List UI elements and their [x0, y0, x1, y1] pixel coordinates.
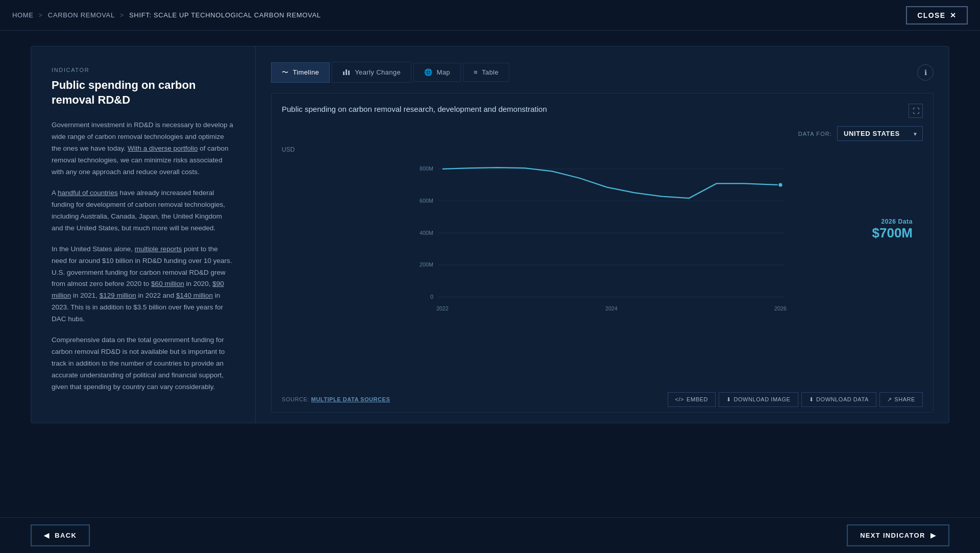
svg-text:0: 0 [430, 294, 433, 300]
timeline-icon: 〜 [282, 68, 288, 77]
top-nav: HOME > CARBON REMOVAL > SHIFT: SCALE UP … [0, 0, 980, 31]
y-axis-label: USD [282, 146, 923, 153]
breadcrumb-current: SHIFT: SCALE UP TECHNOLOGICAL CARBON REM… [129, 11, 321, 19]
country-select[interactable]: UNITED STATES AUSTRALIA CANADA JAPAN UNI… [837, 126, 923, 141]
tab-yearly-change[interactable]: Yearly Change [332, 62, 411, 83]
map-icon: 🌐 [424, 68, 432, 76]
action-buttons: </> EMBED ⬇ DOWNLOAD IMAGE ⬇ DOWNLOAD DA… [668, 392, 923, 407]
60m-link[interactable]: $60 million [151, 280, 184, 287]
source-text: SOURCE: MULTIPLE DATA SOURCES [282, 396, 390, 402]
share-icon: ↗ [887, 396, 892, 403]
svg-rect-0 [343, 71, 345, 75]
back-button[interactable]: ◀ BACK [31, 524, 90, 546]
chart-title-row: Public spending on carbon removal resear… [282, 104, 923, 118]
desc-paragraph-3: In the United States alone, multiple rep… [52, 244, 235, 326]
download-image-icon: ⬇ [726, 396, 731, 403]
breadcrumb-sep1: > [39, 11, 43, 19]
desc-paragraph-4: Comprehensive data on the total governme… [52, 334, 235, 393]
share-button[interactable]: ↗ SHARE [879, 392, 923, 407]
svg-text:2024: 2024 [605, 305, 618, 311]
source-link[interactable]: MULTIPLE DATA SOURCES [311, 396, 390, 402]
desc-paragraph-1: Government investment in RD&D is necessa… [52, 119, 235, 178]
129m-link[interactable]: $129 million [100, 292, 136, 299]
table-icon: ≡ [474, 68, 478, 76]
indicator-label: INDICATOR [52, 67, 235, 73]
info-button[interactable]: ℹ [917, 64, 934, 81]
handful-countries-link[interactable]: handful of countries [58, 189, 118, 197]
source-row: SOURCE: MULTIPLE DATA SOURCES </> EMBED … [282, 392, 923, 407]
svg-text:200M: 200M [420, 261, 433, 268]
chart-svg-area: USD 800M 600M 400M 200M 0 2022 [282, 146, 923, 386]
140m-link[interactable]: $140 million [176, 292, 213, 299]
country-select-wrapper[interactable]: UNITED STATES AUSTRALIA CANADA JAPAN UNI… [837, 126, 923, 141]
chart-container: Public spending on carbon removal resear… [271, 93, 934, 413]
svg-text:2022: 2022 [436, 305, 449, 311]
next-indicator-button[interactable]: NEXT INDICATOR ▶ [847, 524, 949, 546]
download-image-button[interactable]: ⬇ DOWNLOAD IMAGE [719, 392, 798, 407]
diverse-portfolio-link[interactable]: With a diverse portfolio [128, 145, 198, 152]
expand-button[interactable]: ⛶ [909, 104, 923, 118]
svg-text:600M: 600M [420, 198, 433, 204]
svg-point-16 [778, 183, 782, 187]
tab-bar: 〜 Timeline Yearly Change 🌐 Map ≡ [271, 62, 934, 83]
download-data-icon: ⬇ [809, 396, 814, 403]
bar-chart-icon [342, 67, 351, 77]
breadcrumb: HOME > CARBON REMOVAL > SHIFT: SCALE UP … [12, 11, 321, 19]
breadcrumb-sep2: > [120, 11, 124, 19]
close-button[interactable]: CLOSE ✕ [906, 6, 968, 25]
breadcrumb-home[interactable]: HOME [12, 11, 34, 19]
data-for-label: DATA FOR: [798, 131, 832, 137]
bottom-nav: ◀ BACK NEXT INDICATOR ▶ [0, 517, 980, 553]
next-icon: ▶ [930, 532, 936, 539]
multiple-reports-link[interactable]: multiple reports [135, 245, 182, 253]
tab-timeline[interactable]: 〜 Timeline [271, 62, 330, 83]
desc-paragraph-2: A handful of countries have already incr… [52, 187, 235, 234]
right-panel: 〜 Timeline Yearly Change 🌐 Map ≡ [256, 46, 949, 423]
tab-map[interactable]: 🌐 Map [413, 63, 461, 82]
expand-icon: ⛶ [913, 107, 919, 115]
svg-rect-2 [348, 70, 350, 75]
svg-rect-1 [346, 69, 347, 75]
svg-text:800M: 800M [420, 165, 433, 172]
indicator-title: Public spending on carbon removal RD&D [52, 78, 235, 107]
tab-table[interactable]: ≡ Table [463, 63, 509, 82]
svg-text:400M: 400M [420, 230, 433, 236]
left-panel: INDICATOR Public spending on carbon remo… [31, 46, 256, 423]
close-icon: ✕ [950, 11, 957, 19]
back-icon: ◀ [44, 532, 50, 539]
main-panel: INDICATOR Public spending on carbon remo… [31, 46, 949, 423]
close-label: CLOSE [917, 11, 945, 19]
chart-title: Public spending on carbon removal resear… [282, 104, 547, 114]
breadcrumb-carbon-removal[interactable]: CARBON REMOVAL [48, 11, 115, 19]
download-data-button[interactable]: ⬇ DOWNLOAD DATA [801, 392, 876, 407]
data-for-row: DATA FOR: UNITED STATES AUSTRALIA CANADA… [282, 126, 923, 141]
embed-icon: </> [675, 396, 684, 402]
embed-button[interactable]: </> EMBED [668, 392, 716, 407]
svg-text:2026: 2026 [774, 305, 787, 311]
